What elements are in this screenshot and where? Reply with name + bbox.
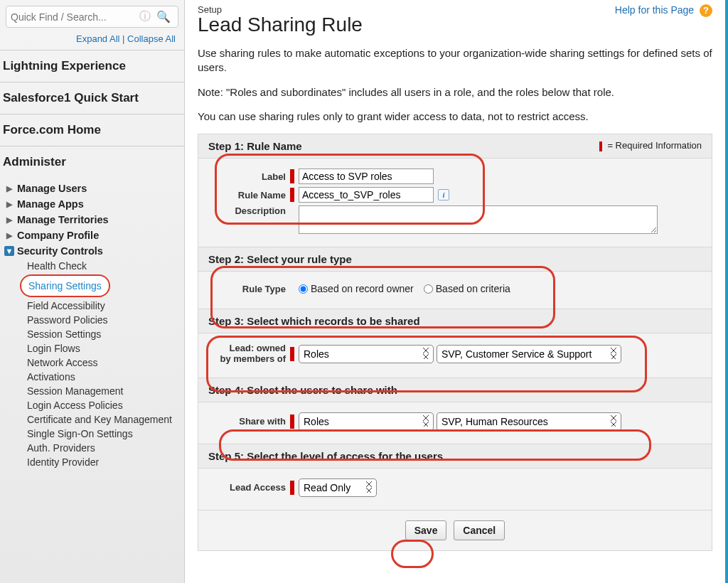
share-value-select[interactable]: SVP, Human Resources bbox=[437, 412, 621, 431]
description-textarea[interactable] bbox=[299, 205, 658, 234]
tree-sub-health-check[interactable]: Health Check bbox=[3, 259, 184, 273]
tree-sub-login-flows[interactable]: Login Flows bbox=[3, 341, 184, 355]
ruletype-owner-radio[interactable] bbox=[299, 284, 308, 294]
triangle-icon: ▶ bbox=[4, 199, 14, 209]
rulename-input[interactable] bbox=[299, 187, 434, 203]
access-lbl: Lead Access bbox=[208, 482, 290, 493]
admin-tree: ▶Manage Users ▶Manage Apps ▶Manage Terri… bbox=[0, 178, 184, 474]
share-lbl: Share with bbox=[208, 416, 290, 427]
required-legend: = Required Information bbox=[599, 140, 702, 151]
required-bar-icon bbox=[290, 347, 294, 361]
sidebar-section-lightning[interactable]: Lightning Experience bbox=[0, 50, 184, 82]
step2-body: Rule Type Based on record owner Based on… bbox=[198, 272, 712, 309]
required-bar-icon bbox=[290, 188, 294, 202]
form-block: Step 1: Rule Name = Required Information… bbox=[198, 134, 712, 551]
triangle-icon: ▶ bbox=[4, 183, 14, 193]
tree-sub-field-accessibility[interactable]: Field Accessibility bbox=[3, 299, 184, 313]
sidebar-section-forcecom[interactable]: Force.com Home bbox=[0, 114, 184, 146]
help-icon: ? bbox=[700, 4, 712, 17]
tree-item-manage-apps[interactable]: ▶Manage Apps bbox=[3, 196, 184, 212]
tree-sub-cert-key-management[interactable]: Certificate and Key Management bbox=[3, 412, 184, 427]
help-link[interactable]: Help for this Page ? bbox=[615, 4, 712, 17]
description-lbl: Description bbox=[208, 205, 290, 216]
tree-sub-network-access[interactable]: Network Access bbox=[3, 355, 184, 370]
tree-sub-sharing-settings[interactable]: Sharing Settings bbox=[20, 274, 110, 297]
tree-label: Manage Users bbox=[17, 183, 87, 194]
step1-body: Label Rule Name i Description bbox=[198, 159, 712, 247]
tree-item-manage-users[interactable]: ▶Manage Users bbox=[3, 181, 184, 196]
search-input[interactable] bbox=[11, 11, 136, 23]
tree-item-security-controls[interactable]: ▼Security Controls bbox=[3, 243, 184, 259]
ruletype-owner-label[interactable]: Based on record owner bbox=[311, 283, 414, 294]
rulename-lbl: Rule Name bbox=[208, 190, 290, 200]
step4-body: Share with Roles SVP, Human Resources bbox=[198, 402, 712, 444]
label-lbl: Label bbox=[208, 171, 290, 182]
step1-header: Step 1: Rule Name = Required Information bbox=[198, 134, 712, 159]
tree-label: Security Controls bbox=[17, 245, 103, 257]
ruletype-lbl: Rule Type bbox=[208, 284, 290, 294]
owned-lbl-1: Lead: owned bbox=[230, 343, 286, 353]
info-icon: ⓘ bbox=[136, 9, 154, 24]
tree-sub-session-management[interactable]: Session Management bbox=[3, 384, 184, 398]
tree-label: Manage Apps bbox=[17, 198, 84, 210]
required-bar-icon bbox=[290, 481, 294, 495]
required-legend-text: = Required Information bbox=[607, 140, 702, 151]
tree-item-company-profile[interactable]: ▶Company Profile bbox=[3, 228, 184, 243]
main-content: Help for this Page ? Setup Lead Sharing … bbox=[185, 0, 725, 583]
label-input[interactable] bbox=[299, 169, 434, 184]
share-type-select[interactable]: Roles bbox=[299, 412, 434, 431]
intro-p1: Use sharing rules to make automatic exce… bbox=[198, 46, 712, 75]
triangle-icon: ▶ bbox=[4, 215, 14, 225]
step3-body: Lead: owned by members of Roles SVP, Cus… bbox=[198, 333, 712, 378]
step4-header: Step 4: Select the users to share with bbox=[198, 378, 712, 402]
tree-sub-identity-provider[interactable]: Identity Provider bbox=[3, 455, 184, 469]
tree-label: Company Profile bbox=[17, 230, 99, 241]
tree-sub-sso-settings[interactable]: Single Sign-On Settings bbox=[3, 427, 184, 441]
tree-label: Manage Territories bbox=[17, 214, 109, 225]
triangle-icon: ▶ bbox=[4, 230, 14, 240]
save-button[interactable]: Save bbox=[405, 520, 447, 540]
spacer bbox=[290, 282, 294, 296]
expand-collapse-links: Expand All | Collapse All bbox=[0, 33, 184, 50]
required-bar-icon bbox=[599, 141, 602, 151]
tree-sub-auth-providers[interactable]: Auth. Providers bbox=[3, 441, 184, 455]
button-row: Save Cancel bbox=[198, 510, 712, 550]
tree-item-manage-territories[interactable]: ▶Manage Territories bbox=[3, 212, 184, 228]
required-bar-icon bbox=[290, 169, 294, 183]
owned-lbl-2: by members of bbox=[220, 353, 286, 364]
sidebar-section-administer: Administer bbox=[0, 146, 184, 178]
intro-p2: Note: "Roles and subordinates" includes … bbox=[198, 85, 712, 100]
intro-p3: You can use sharing rules only to grant … bbox=[198, 109, 712, 124]
help-label: Help for this Page bbox=[615, 4, 694, 16]
tree-sub-session-settings[interactable]: Session Settings bbox=[3, 327, 184, 341]
required-bar-icon bbox=[290, 414, 294, 429]
access-select[interactable]: Read Only bbox=[299, 478, 377, 497]
sidebar: ⓘ 🔍 Expand All | Collapse All Lightning … bbox=[0, 0, 185, 583]
sidebar-section-sf1[interactable]: Salesforce1 Quick Start bbox=[0, 82, 184, 114]
expand-all-link[interactable]: Expand All bbox=[76, 33, 119, 44]
owned-lbl: Lead: owned by members of bbox=[208, 343, 290, 365]
search-icon[interactable]: 🔍 bbox=[154, 10, 173, 23]
ruletype-criteria-radio[interactable] bbox=[424, 284, 433, 294]
quick-find-search[interactable]: ⓘ 🔍 bbox=[6, 6, 178, 28]
ruletype-criteria-label[interactable]: Based on criteria bbox=[436, 283, 510, 294]
triangle-down-icon: ▼ bbox=[4, 246, 14, 256]
step2-header: Step 2: Select your rule type bbox=[198, 247, 712, 272]
owned-type-select[interactable]: Roles bbox=[299, 345, 434, 363]
intro-text: Use sharing rules to make automatic exce… bbox=[198, 46, 712, 124]
tree-sub-password-policies[interactable]: Password Policies bbox=[3, 313, 184, 327]
cancel-button[interactable]: Cancel bbox=[454, 520, 505, 540]
step5-header: Step 5: Select the level of access for t… bbox=[198, 444, 712, 469]
spacer bbox=[290, 205, 294, 220]
step5-body: Lead Access Read Only bbox=[198, 469, 712, 510]
step3-header: Step 3: Select which records to be share… bbox=[198, 309, 712, 333]
step1-title: Step 1: Rule Name bbox=[208, 140, 302, 152]
owned-value-select[interactable]: SVP, Customer Service & Support bbox=[437, 345, 621, 363]
info-icon[interactable]: i bbox=[438, 189, 449, 200]
collapse-all-link[interactable]: Collapse All bbox=[127, 33, 176, 44]
tree-sub-login-access-policies[interactable]: Login Access Policies bbox=[3, 398, 184, 412]
tree-sub-activations[interactable]: Activations bbox=[3, 370, 184, 384]
